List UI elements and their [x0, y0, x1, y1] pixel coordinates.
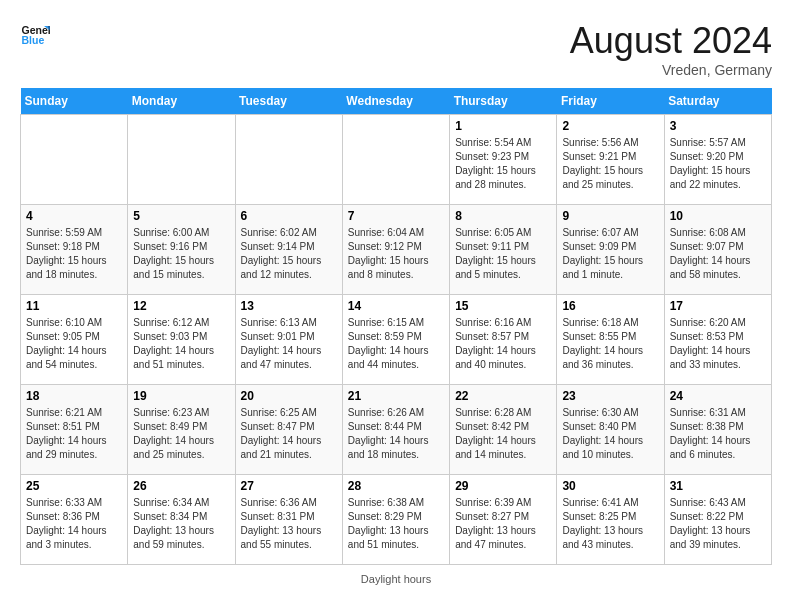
calendar-day-cell: 9Sunrise: 6:07 AM Sunset: 9:09 PM Daylig… [557, 205, 664, 295]
day-number: 12 [133, 299, 229, 313]
calendar-day-cell: 7Sunrise: 6:04 AM Sunset: 9:12 PM Daylig… [342, 205, 449, 295]
day-number: 15 [455, 299, 551, 313]
day-info: Sunrise: 6:26 AM Sunset: 8:44 PM Dayligh… [348, 406, 444, 462]
day-info: Sunrise: 6:41 AM Sunset: 8:25 PM Dayligh… [562, 496, 658, 552]
calendar-day-cell: 16Sunrise: 6:18 AM Sunset: 8:55 PM Dayli… [557, 295, 664, 385]
calendar-day-cell: 28Sunrise: 6:38 AM Sunset: 8:29 PM Dayli… [342, 475, 449, 565]
calendar-week-row: 4Sunrise: 5:59 AM Sunset: 9:18 PM Daylig… [21, 205, 772, 295]
day-info: Sunrise: 6:16 AM Sunset: 8:57 PM Dayligh… [455, 316, 551, 372]
day-number: 8 [455, 209, 551, 223]
calendar-day-cell: 24Sunrise: 6:31 AM Sunset: 8:38 PM Dayli… [664, 385, 771, 475]
calendar-day-cell: 13Sunrise: 6:13 AM Sunset: 9:01 PM Dayli… [235, 295, 342, 385]
day-info: Sunrise: 6:36 AM Sunset: 8:31 PM Dayligh… [241, 496, 337, 552]
day-number: 2 [562, 119, 658, 133]
calendar-week-row: 1Sunrise: 5:54 AM Sunset: 9:23 PM Daylig… [21, 115, 772, 205]
weekday-header-cell: Saturday [664, 88, 771, 115]
day-info: Sunrise: 6:43 AM Sunset: 8:22 PM Dayligh… [670, 496, 766, 552]
day-number: 4 [26, 209, 122, 223]
calendar-day-cell [235, 115, 342, 205]
calendar-body: 1Sunrise: 5:54 AM Sunset: 9:23 PM Daylig… [21, 115, 772, 565]
day-number: 21 [348, 389, 444, 403]
calendar-day-cell: 21Sunrise: 6:26 AM Sunset: 8:44 PM Dayli… [342, 385, 449, 475]
logo: General Blue [20, 20, 50, 50]
day-number: 23 [562, 389, 658, 403]
calendar-day-cell: 31Sunrise: 6:43 AM Sunset: 8:22 PM Dayli… [664, 475, 771, 565]
day-info: Sunrise: 6:31 AM Sunset: 8:38 PM Dayligh… [670, 406, 766, 462]
calendar-day-cell: 22Sunrise: 6:28 AM Sunset: 8:42 PM Dayli… [450, 385, 557, 475]
day-number: 1 [455, 119, 551, 133]
day-number: 9 [562, 209, 658, 223]
day-number: 28 [348, 479, 444, 493]
day-number: 6 [241, 209, 337, 223]
title-block: August 2024 Vreden, Germany [570, 20, 772, 78]
footer-note: Daylight hours [20, 573, 772, 585]
calendar-day-cell: 25Sunrise: 6:33 AM Sunset: 8:36 PM Dayli… [21, 475, 128, 565]
weekday-header-cell: Wednesday [342, 88, 449, 115]
day-number: 31 [670, 479, 766, 493]
day-info: Sunrise: 6:23 AM Sunset: 8:49 PM Dayligh… [133, 406, 229, 462]
calendar-day-cell: 17Sunrise: 6:20 AM Sunset: 8:53 PM Dayli… [664, 295, 771, 385]
weekday-header-cell: Monday [128, 88, 235, 115]
day-number: 22 [455, 389, 551, 403]
location-subtitle: Vreden, Germany [570, 62, 772, 78]
day-info: Sunrise: 6:00 AM Sunset: 9:16 PM Dayligh… [133, 226, 229, 282]
calendar-week-row: 25Sunrise: 6:33 AM Sunset: 8:36 PM Dayli… [21, 475, 772, 565]
day-info: Sunrise: 6:08 AM Sunset: 9:07 PM Dayligh… [670, 226, 766, 282]
weekday-header-cell: Friday [557, 88, 664, 115]
month-year-title: August 2024 [570, 20, 772, 62]
calendar-day-cell: 26Sunrise: 6:34 AM Sunset: 8:34 PM Dayli… [128, 475, 235, 565]
calendar-day-cell [342, 115, 449, 205]
calendar-day-cell: 1Sunrise: 5:54 AM Sunset: 9:23 PM Daylig… [450, 115, 557, 205]
calendar-day-cell: 8Sunrise: 6:05 AM Sunset: 9:11 PM Daylig… [450, 205, 557, 295]
daylight-note: Daylight hours [361, 573, 431, 585]
day-number: 19 [133, 389, 229, 403]
calendar-day-cell: 11Sunrise: 6:10 AM Sunset: 9:05 PM Dayli… [21, 295, 128, 385]
day-info: Sunrise: 5:57 AM Sunset: 9:20 PM Dayligh… [670, 136, 766, 192]
calendar-day-cell: 27Sunrise: 6:36 AM Sunset: 8:31 PM Dayli… [235, 475, 342, 565]
day-info: Sunrise: 6:05 AM Sunset: 9:11 PM Dayligh… [455, 226, 551, 282]
day-number: 14 [348, 299, 444, 313]
calendar-day-cell: 14Sunrise: 6:15 AM Sunset: 8:59 PM Dayli… [342, 295, 449, 385]
day-info: Sunrise: 6:12 AM Sunset: 9:03 PM Dayligh… [133, 316, 229, 372]
day-info: Sunrise: 6:33 AM Sunset: 8:36 PM Dayligh… [26, 496, 122, 552]
calendar-day-cell: 4Sunrise: 5:59 AM Sunset: 9:18 PM Daylig… [21, 205, 128, 295]
calendar-day-cell [21, 115, 128, 205]
day-info: Sunrise: 6:30 AM Sunset: 8:40 PM Dayligh… [562, 406, 658, 462]
calendar-day-cell: 20Sunrise: 6:25 AM Sunset: 8:47 PM Dayli… [235, 385, 342, 475]
day-number: 20 [241, 389, 337, 403]
page-header: General Blue August 2024 Vreden, Germany [20, 20, 772, 78]
day-number: 3 [670, 119, 766, 133]
day-info: Sunrise: 6:34 AM Sunset: 8:34 PM Dayligh… [133, 496, 229, 552]
day-info: Sunrise: 6:18 AM Sunset: 8:55 PM Dayligh… [562, 316, 658, 372]
day-info: Sunrise: 6:39 AM Sunset: 8:27 PM Dayligh… [455, 496, 551, 552]
day-info: Sunrise: 5:54 AM Sunset: 9:23 PM Dayligh… [455, 136, 551, 192]
day-number: 11 [26, 299, 122, 313]
day-info: Sunrise: 6:13 AM Sunset: 9:01 PM Dayligh… [241, 316, 337, 372]
day-info: Sunrise: 6:10 AM Sunset: 9:05 PM Dayligh… [26, 316, 122, 372]
day-number: 25 [26, 479, 122, 493]
calendar-day-cell: 18Sunrise: 6:21 AM Sunset: 8:51 PM Dayli… [21, 385, 128, 475]
day-number: 27 [241, 479, 337, 493]
day-number: 24 [670, 389, 766, 403]
calendar-day-cell: 23Sunrise: 6:30 AM Sunset: 8:40 PM Dayli… [557, 385, 664, 475]
day-info: Sunrise: 6:25 AM Sunset: 8:47 PM Dayligh… [241, 406, 337, 462]
day-number: 10 [670, 209, 766, 223]
weekday-header-cell: Tuesday [235, 88, 342, 115]
calendar-day-cell: 2Sunrise: 5:56 AM Sunset: 9:21 PM Daylig… [557, 115, 664, 205]
day-number: 26 [133, 479, 229, 493]
logo-icon: General Blue [20, 20, 50, 50]
day-info: Sunrise: 6:20 AM Sunset: 8:53 PM Dayligh… [670, 316, 766, 372]
day-info: Sunrise: 6:15 AM Sunset: 8:59 PM Dayligh… [348, 316, 444, 372]
day-info: Sunrise: 5:56 AM Sunset: 9:21 PM Dayligh… [562, 136, 658, 192]
day-info: Sunrise: 6:07 AM Sunset: 9:09 PM Dayligh… [562, 226, 658, 282]
calendar-day-cell: 19Sunrise: 6:23 AM Sunset: 8:49 PM Dayli… [128, 385, 235, 475]
calendar-day-cell: 3Sunrise: 5:57 AM Sunset: 9:20 PM Daylig… [664, 115, 771, 205]
day-info: Sunrise: 6:02 AM Sunset: 9:14 PM Dayligh… [241, 226, 337, 282]
day-number: 29 [455, 479, 551, 493]
day-number: 30 [562, 479, 658, 493]
calendar-table: SundayMondayTuesdayWednesdayThursdayFrid… [20, 88, 772, 565]
day-info: Sunrise: 6:04 AM Sunset: 9:12 PM Dayligh… [348, 226, 444, 282]
calendar-day-cell: 30Sunrise: 6:41 AM Sunset: 8:25 PM Dayli… [557, 475, 664, 565]
calendar-day-cell: 29Sunrise: 6:39 AM Sunset: 8:27 PM Dayli… [450, 475, 557, 565]
day-info: Sunrise: 6:21 AM Sunset: 8:51 PM Dayligh… [26, 406, 122, 462]
